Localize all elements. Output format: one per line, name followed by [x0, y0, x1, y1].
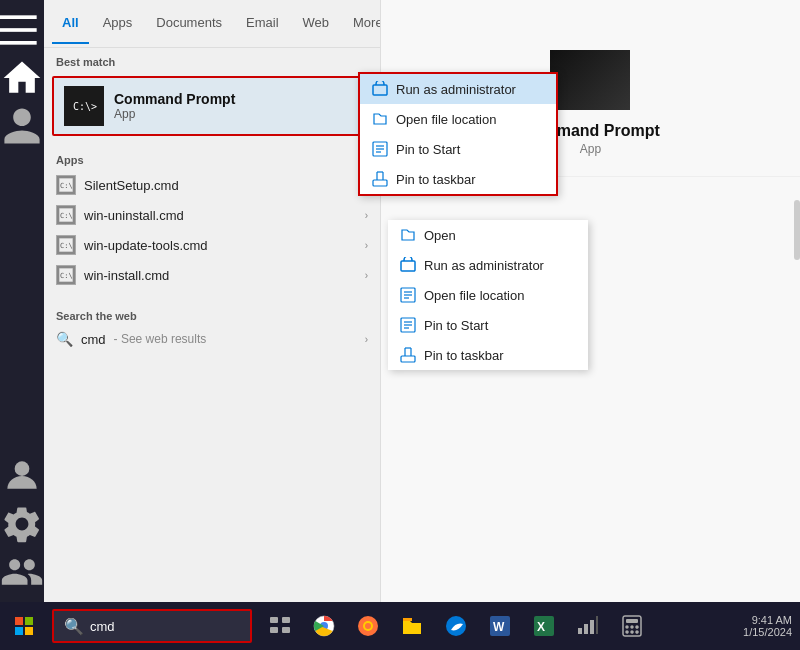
ctx-pin-start-1[interactable]: Pin to Start [360, 134, 556, 164]
svg-rect-19 [373, 180, 387, 186]
sidebar-people[interactable] [0, 550, 44, 594]
sidebar-home[interactable] [0, 56, 44, 100]
word-icon[interactable]: W [480, 602, 520, 650]
svg-rect-55 [578, 628, 582, 634]
admin-icon [400, 257, 416, 273]
sidebar-settings[interactable] [0, 502, 44, 546]
taskbar: 🔍 [0, 602, 800, 650]
svg-rect-2 [0, 41, 37, 45]
web-search-item[interactable]: 🔍 cmd - See web results › [44, 326, 380, 352]
search-web-label: Search the web [44, 302, 380, 326]
web-query: cmd [81, 332, 106, 347]
taskview-icon[interactable] [260, 602, 300, 650]
scroll-indicator [794, 200, 800, 260]
ctx-open-file-location[interactable]: Open file location [388, 280, 588, 310]
search-input[interactable] [90, 619, 250, 634]
sidebar-hamburger[interactable] [0, 8, 44, 52]
ctx-run-as-admin-highlighted[interactable]: Run as administrator [360, 74, 556, 104]
tab-apps[interactable]: Apps [93, 3, 143, 44]
tabs-bar: All Apps Documents Email Web More ▾ 5 🏆 … [44, 0, 380, 48]
svg-point-48 [365, 623, 371, 629]
cmd-file-icon-3: C:\ [56, 235, 76, 255]
context-menu-regular: Open Run as administrator Open file loca… [388, 220, 588, 370]
tab-email[interactable]: Email [236, 3, 289, 44]
app-item-4[interactable]: C:\ win-install.cmd › [44, 260, 380, 290]
chrome-icon[interactable] [304, 602, 344, 650]
detail-thumbnail [550, 50, 630, 110]
svg-text:C:\: C:\ [60, 242, 73, 250]
ctx-pin-start-label-1: Pin to Start [396, 142, 460, 157]
svg-point-64 [626, 631, 628, 633]
svg-rect-56 [584, 624, 588, 634]
best-match-text: Command Prompt App [114, 91, 235, 121]
search-icon-taskbar: 🔍 [64, 617, 84, 636]
svg-rect-36 [15, 617, 23, 625]
firefox-icon[interactable] [348, 602, 388, 650]
svg-rect-49 [403, 618, 412, 621]
svg-rect-39 [25, 627, 33, 635]
tab-web[interactable]: Web [293, 3, 340, 44]
app-item-1[interactable]: C:\ SilentSetup.cmd [44, 170, 380, 200]
svg-point-65 [631, 631, 633, 633]
apps-section: Apps C:\ SilentSetup.cmd C:\ win-uninsta… [44, 140, 380, 296]
app-item-2[interactable]: C:\ win-uninstall.cmd › [44, 200, 380, 230]
app-name-1: SilentSetup.cmd [84, 178, 179, 193]
search-web-section: Search the web 🔍 cmd - See web results › [44, 296, 380, 358]
apps-label: Apps [44, 146, 380, 170]
ctx-pin-start[interactable]: Pin to Start [388, 310, 588, 340]
svg-rect-1 [0, 28, 37, 32]
ctx-pin-taskbar-label: Pin to taskbar [424, 348, 504, 363]
network-icon[interactable] [568, 602, 608, 650]
svg-point-66 [636, 631, 638, 633]
calculator-icon[interactable] [612, 602, 652, 650]
best-match-item[interactable]: C:\> Command Prompt App [52, 76, 372, 136]
ctx-open[interactable]: Open [388, 220, 588, 250]
ctx-open-file-label-1: Open file location [396, 112, 496, 127]
sidebar-user[interactable] [0, 104, 44, 148]
sidebar [0, 0, 44, 602]
app-name-2: win-uninstall.cmd [84, 208, 184, 223]
chevron-right-icon-4: › [365, 270, 368, 281]
app-item-3[interactable]: C:\ win-update-tools.cmd › [44, 230, 380, 260]
explorer-icon[interactable] [392, 602, 432, 650]
svg-text:W: W [493, 620, 505, 634]
taskbar-icons-area: W X [260, 602, 652, 650]
ctx-pin-taskbar[interactable]: Pin to taskbar [388, 340, 588, 370]
taskbar-search-box[interactable]: 🔍 [52, 609, 252, 643]
start-button[interactable] [0, 602, 48, 650]
open-icon [400, 227, 416, 243]
cmd-file-icon: C:\ [56, 175, 76, 195]
svg-rect-37 [25, 617, 33, 625]
app-name-4: win-install.cmd [84, 268, 169, 283]
pin-start-icon [400, 317, 416, 333]
folder-icon-1 [372, 111, 388, 127]
tab-documents[interactable]: Documents [146, 3, 232, 44]
ctx-pin-taskbar-1[interactable]: Pin to taskbar [360, 164, 556, 194]
ctx-run-as-admin-label: Run as administrator [424, 258, 544, 273]
admin-icon-highlighted [372, 81, 388, 97]
ctx-run-as-admin-label-highlighted: Run as administrator [396, 82, 516, 97]
svg-point-61 [626, 626, 628, 628]
svg-text:C:\: C:\ [60, 212, 73, 220]
excel-icon[interactable]: X [524, 602, 564, 650]
tab-all[interactable]: All [52, 3, 89, 44]
ctx-open-file-location-1[interactable]: Open file location [360, 104, 556, 134]
svg-point-62 [631, 626, 633, 628]
detail-subtitle: App [580, 142, 601, 156]
best-match-subtitle: App [114, 107, 235, 121]
svg-text:C:\>: C:\> [73, 101, 97, 112]
ctx-run-as-admin[interactable]: Run as administrator [388, 250, 588, 280]
pin-start-icon-1 [372, 141, 388, 157]
sidebar-person[interactable] [0, 454, 44, 498]
web-see-results: - See web results [114, 332, 207, 346]
svg-rect-14 [373, 85, 387, 95]
edge-icon[interactable] [436, 602, 476, 650]
cmd-file-icon-2: C:\ [56, 205, 76, 225]
svg-rect-43 [282, 627, 290, 633]
chevron-right-icon-3: › [365, 240, 368, 251]
cmd-file-icon-4: C:\ [56, 265, 76, 285]
app-name-3: win-update-tools.cmd [84, 238, 208, 253]
ctx-open-file-label: Open file location [424, 288, 524, 303]
svg-rect-60 [626, 619, 638, 623]
search-icon: 🔍 [56, 331, 73, 347]
